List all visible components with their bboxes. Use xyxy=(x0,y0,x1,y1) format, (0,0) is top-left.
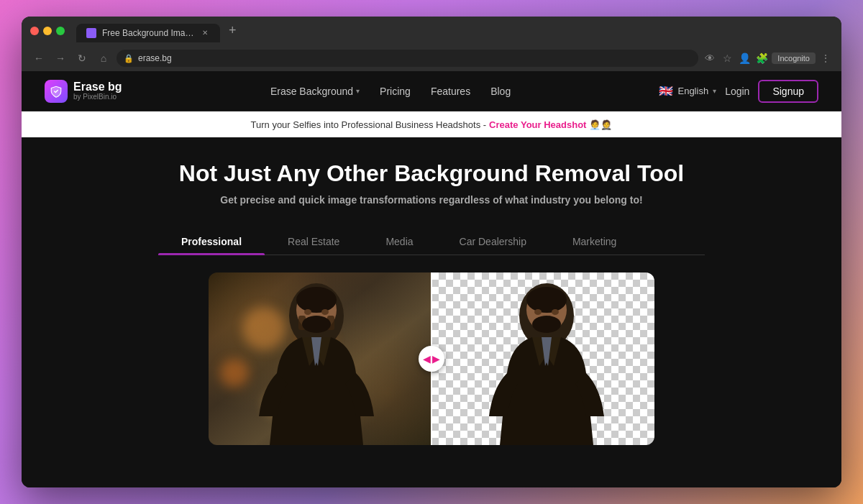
svg-point-13 xyxy=(532,316,561,333)
logo-svg xyxy=(50,85,63,98)
banner-text: Turn your Selfies into Professional Busi… xyxy=(251,119,487,130)
lock-icon: 🔒 xyxy=(124,54,134,63)
website-content: Erase bg by PixelBin.io Erase Background… xyxy=(22,71,841,487)
logo-name: Erase bg xyxy=(73,81,122,93)
nav-features[interactable]: Features xyxy=(422,81,479,101)
tab-media[interactable]: Media xyxy=(362,229,436,255)
title-bar: Free Background Image Rem... ✕ + xyxy=(22,17,841,45)
eyeslash-icon[interactable]: 👁 xyxy=(703,51,717,65)
banner-cta[interactable]: Create Your Headshot xyxy=(489,119,586,130)
hero-subtitle: Get precise and quick image transformati… xyxy=(220,194,642,206)
back-button[interactable]: ← xyxy=(30,50,47,67)
language-selector[interactable]: 🇬🇧 English ▾ xyxy=(659,84,716,98)
minimize-traffic-light[interactable] xyxy=(43,27,52,35)
home-button[interactable]: ⌂ xyxy=(95,50,112,67)
address-bar-row: ← → ↻ ⌂ 🔒 erase.bg 👁 ☆ 👤 🧩 Incognito ⋮ xyxy=(22,45,841,71)
tab-favicon xyxy=(86,28,96,38)
nav-right: 🇬🇧 English ▾ Login Signup xyxy=(659,80,818,103)
logo-sub: by PixelBin.io xyxy=(73,93,122,101)
browser-chrome: Free Background Image Rem... ✕ + ← → ↻ ⌂… xyxy=(22,17,841,71)
profile-icon[interactable]: 👤 xyxy=(737,51,752,65)
tab-real-estate[interactable]: Real Estate xyxy=(265,229,362,255)
hero-title: Not Just Any Other Background Removal To… xyxy=(179,160,684,187)
close-traffic-light[interactable] xyxy=(30,27,39,35)
flag-icon: 🇬🇧 xyxy=(659,84,673,98)
svg-point-5 xyxy=(304,309,311,315)
category-tabs: Professional Real Estate Media Car Deale… xyxy=(158,229,705,255)
tab-marketing[interactable]: Marketing xyxy=(549,229,639,255)
svg-point-10 xyxy=(526,287,567,313)
nav-pricing[interactable]: Pricing xyxy=(371,81,419,101)
logo-text-block: Erase bg by PixelBin.io xyxy=(73,81,122,101)
person-silhouette-svg xyxy=(209,272,424,445)
original-image xyxy=(209,272,432,445)
svg-point-11 xyxy=(534,309,542,315)
compare-handle[interactable]: ◀ ▶ xyxy=(419,346,444,372)
more-options-icon[interactable]: ⋮ xyxy=(818,51,833,65)
promo-banner: Turn your Selfies into Professional Busi… xyxy=(22,111,841,137)
new-tab-button[interactable]: + xyxy=(223,20,242,41)
tab-close-button[interactable]: ✕ xyxy=(200,28,210,38)
nav-links: Erase Background Pricing Features Blog xyxy=(262,81,519,101)
maximize-traffic-light[interactable] xyxy=(56,27,65,35)
lang-label: English xyxy=(677,86,708,96)
tab-title: Free Background Image Rem... xyxy=(102,28,194,38)
svg-point-2 xyxy=(296,287,337,313)
banner-emoji: 🧑‍💼🤵 xyxy=(589,119,612,130)
arrow-left-icon: ◀ xyxy=(423,353,431,365)
person-cutout-svg xyxy=(439,272,654,445)
arrow-right-icon: ▶ xyxy=(432,353,440,365)
forward-button[interactable]: → xyxy=(52,50,69,67)
main-content: Not Just Any Other Background Removal To… xyxy=(22,137,841,487)
nav-erase-background[interactable]: Erase Background xyxy=(262,81,368,101)
extensions-area: 👁 ☆ 👤 🧩 Incognito ⋮ xyxy=(703,51,833,65)
image-compare-widget[interactable]: ◀ ▶ xyxy=(209,272,654,445)
url-text: erase.bg xyxy=(138,53,172,63)
login-button[interactable]: Login xyxy=(725,86,749,97)
traffic-lights xyxy=(30,27,65,35)
svg-point-6 xyxy=(321,309,329,315)
browser-window: Free Background Image Rem... ✕ + ← → ↻ ⌂… xyxy=(22,17,841,487)
refresh-button[interactable]: ↻ xyxy=(73,50,91,67)
processed-image xyxy=(432,272,654,445)
tab-car-dealership[interactable]: Car Dealership xyxy=(437,229,549,255)
logo[interactable]: Erase bg by PixelBin.io xyxy=(45,80,122,103)
tab-professional[interactable]: Professional xyxy=(158,229,265,255)
incognito-button[interactable]: Incognito xyxy=(772,52,816,64)
signup-button[interactable]: Signup xyxy=(758,80,818,103)
nav-blog[interactable]: Blog xyxy=(482,81,519,101)
logo-icon xyxy=(45,80,68,103)
extension-icon[interactable]: 🧩 xyxy=(754,51,769,65)
handle-arrows: ◀ ▶ xyxy=(423,353,440,365)
svg-point-12 xyxy=(552,309,559,315)
bookmark-icon[interactable]: ☆ xyxy=(720,51,734,65)
site-nav: Erase bg by PixelBin.io Erase Background… xyxy=(22,71,841,111)
browser-tab-active[interactable]: Free Background Image Rem... ✕ xyxy=(76,24,220,42)
address-field[interactable]: 🔒 erase.bg xyxy=(117,50,698,67)
lang-chevron-icon: ▾ xyxy=(713,87,716,95)
svg-point-7 xyxy=(302,316,331,333)
